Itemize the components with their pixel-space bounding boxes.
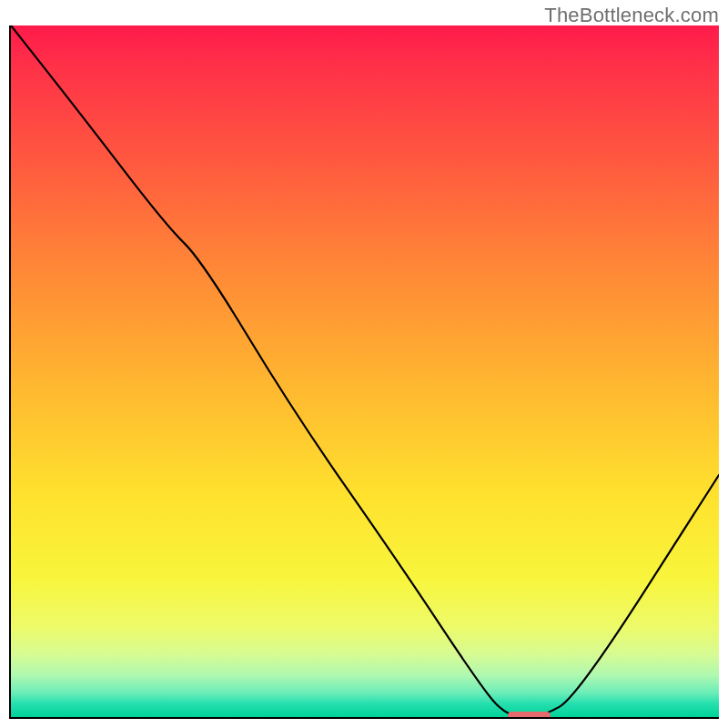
attribution-text: TheBottleneck.com (544, 4, 719, 27)
chart-container: TheBottleneck.com (0, 0, 728, 728)
plot-area (9, 25, 719, 719)
optimal-range-marker (508, 712, 551, 719)
bottleneck-gradient-background (11, 25, 719, 717)
